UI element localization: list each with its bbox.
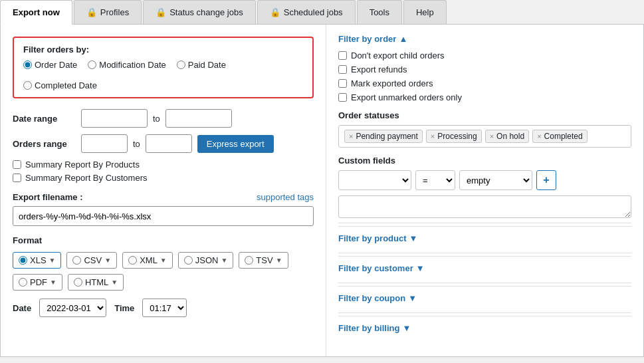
filter-by-order-header[interactable]: Filter by order ▲ <box>338 34 631 44</box>
tab-profiles-label: Profiles <box>100 7 129 17</box>
tab-status-change-jobs[interactable]: 🔒 Status change jobs <box>143 0 256 24</box>
format-pdf[interactable]: PDF ▼ <box>13 274 62 291</box>
filter-by-order-label: Filter by order <box>338 34 396 44</box>
tab-profiles[interactable]: 🔒 Profiles <box>74 0 142 24</box>
orders-range-label: Orders range <box>13 139 76 149</box>
cf-textarea[interactable] <box>338 195 631 218</box>
status-tag-on-hold[interactable]: × On hold <box>485 130 529 143</box>
radio-pdf[interactable] <box>19 278 27 287</box>
time-select[interactable]: 01:17 <box>142 299 187 317</box>
export-unmarked-row: Export unmarked orders only <box>338 92 631 102</box>
json-arrow: ▼ <box>221 257 227 264</box>
filter-by-billing[interactable]: Filter by billing ▼ <box>338 316 631 340</box>
orders-range-to-input[interactable] <box>146 134 192 153</box>
filename-input[interactable] <box>13 206 314 226</box>
status-tag-completed[interactable]: × Completed <box>532 130 587 143</box>
radio-modification-date-label: Modification Date <box>99 60 165 70</box>
radio-completed-date[interactable] <box>23 81 32 90</box>
format-json[interactable]: JSON ▼ <box>178 252 234 269</box>
tab-help[interactable]: Help <box>403 0 447 24</box>
summary-by-customers-checkbox[interactable] <box>13 174 21 182</box>
export-unmarked-label: Export unmarked orders only <box>351 92 462 102</box>
format-xls[interactable]: XLS ▼ <box>13 252 61 269</box>
radio-json[interactable] <box>184 256 193 265</box>
status-tag-pending[interactable]: × Pending payment <box>344 130 423 143</box>
status-tags-container: × Pending payment × Processing × On hold… <box>338 125 631 148</box>
cf-value-select[interactable]: empty <box>459 170 532 190</box>
filter-by-product-label: Filter by product <box>338 233 407 243</box>
radio-order-date-label: Order Date <box>35 60 77 70</box>
tsv-label: TSV <box>256 255 272 265</box>
remove-processing-icon[interactable]: × <box>431 132 435 140</box>
filter-by-customer-arrow: ▼ <box>416 263 425 273</box>
radio-xls[interactable] <box>19 256 27 265</box>
tab-scheduled-jobs[interactable]: 🔒 Scheduled jobs <box>257 0 356 24</box>
tab-export-now[interactable]: Export now <box>0 0 72 25</box>
lock-icon-status-change: 🔒 <box>156 7 166 17</box>
export-filename-label: Export filename : <box>13 192 82 202</box>
remove-pending-icon[interactable]: × <box>349 132 353 140</box>
filter-modification-date[interactable]: Modification Date <box>88 60 165 70</box>
remove-completed-icon[interactable]: × <box>537 132 541 140</box>
pdf-arrow: ▼ <box>50 279 56 286</box>
filter-by-product[interactable]: Filter by product ▼ <box>338 226 631 250</box>
radio-xml[interactable] <box>128 256 137 265</box>
status-completed-label: Completed <box>544 132 583 141</box>
csv-label: CSV <box>84 255 102 265</box>
format-csv[interactable]: CSV ▼ <box>66 252 117 269</box>
divider-2 <box>338 253 631 253</box>
radio-modification-date[interactable] <box>88 60 96 69</box>
pdf-label: PDF <box>30 277 47 287</box>
date-range-to-input[interactable] <box>165 109 232 128</box>
date-select[interactable]: 2022-03-01 <box>39 299 106 317</box>
export-refunds-checkbox[interactable] <box>338 65 347 74</box>
lock-icon-scheduled: 🔒 <box>270 7 280 17</box>
export-refunds-label: Export refunds <box>351 64 407 74</box>
tab-help-label: Help <box>416 7 434 17</box>
status-tag-processing[interactable]: × Processing <box>426 130 482 143</box>
filter-order-date[interactable]: Order Date <box>23 60 77 70</box>
filter-by-product-arrow: ▼ <box>409 233 418 243</box>
custom-fields-title: Custom fields <box>338 156 631 166</box>
dont-export-child-checkbox[interactable] <box>338 51 347 60</box>
summary-by-products-row: Summary Report By Products <box>13 160 314 170</box>
tab-tools[interactable]: Tools <box>357 0 402 24</box>
orders-range-row: Orders range to Express export <box>13 134 314 153</box>
filter-by-coupon[interactable]: Filter by coupon ▼ <box>338 286 631 310</box>
format-xml[interactable]: XML ▼ <box>122 252 173 269</box>
supported-tags-link[interactable]: supported tags <box>257 192 314 202</box>
radio-completed-date-label: Completed Date <box>35 80 97 90</box>
filter-completed-date[interactable]: Completed Date <box>23 80 97 90</box>
date-range-row: Date range to <box>13 109 314 128</box>
summary-by-products-checkbox[interactable] <box>13 160 21 169</box>
export-unmarked-checkbox[interactable] <box>338 93 347 102</box>
right-panel: Filter by order ▲ Don't export child ord… <box>326 25 643 356</box>
orders-range-from[interactable] <box>81 134 128 153</box>
cf-add-button[interactable]: + <box>536 170 556 190</box>
radio-order-date[interactable] <box>23 60 32 69</box>
date-range-from[interactable] <box>81 109 148 128</box>
format-tsv[interactable]: TSV ▼ <box>239 252 288 269</box>
custom-fields-row: = empty + <box>338 170 631 190</box>
cf-operator-select[interactable]: = <box>415 170 455 190</box>
mark-exported-checkbox[interactable] <box>338 79 347 88</box>
express-export-button[interactable]: Express export <box>197 135 274 153</box>
filter-by-billing-label: Filter by billing <box>338 323 399 333</box>
filter-by-customer[interactable]: Filter by customer ▼ <box>338 256 631 280</box>
plus-icon: + <box>543 174 549 186</box>
format-row-2: PDF ▼ HTML ▼ <box>13 274 314 291</box>
cf-field-select[interactable] <box>338 170 411 190</box>
xml-arrow: ▼ <box>160 257 167 264</box>
format-html[interactable]: HTML ▼ <box>68 274 124 291</box>
xml-label: XML <box>140 255 158 265</box>
radio-paid-date[interactable] <box>177 60 185 69</box>
main-content: Filter orders by: Order Date Modificatio… <box>0 25 644 357</box>
radio-tsv[interactable] <box>245 256 253 265</box>
radio-html[interactable] <box>74 278 82 287</box>
filter-by-coupon-label: Filter by coupon <box>338 293 405 303</box>
date-range-to: to <box>153 114 160 124</box>
xls-label: XLS <box>30 255 47 265</box>
remove-on-hold-icon[interactable]: × <box>490 132 494 140</box>
radio-csv[interactable] <box>72 256 81 265</box>
filter-paid-date[interactable]: Paid Date <box>177 60 226 70</box>
